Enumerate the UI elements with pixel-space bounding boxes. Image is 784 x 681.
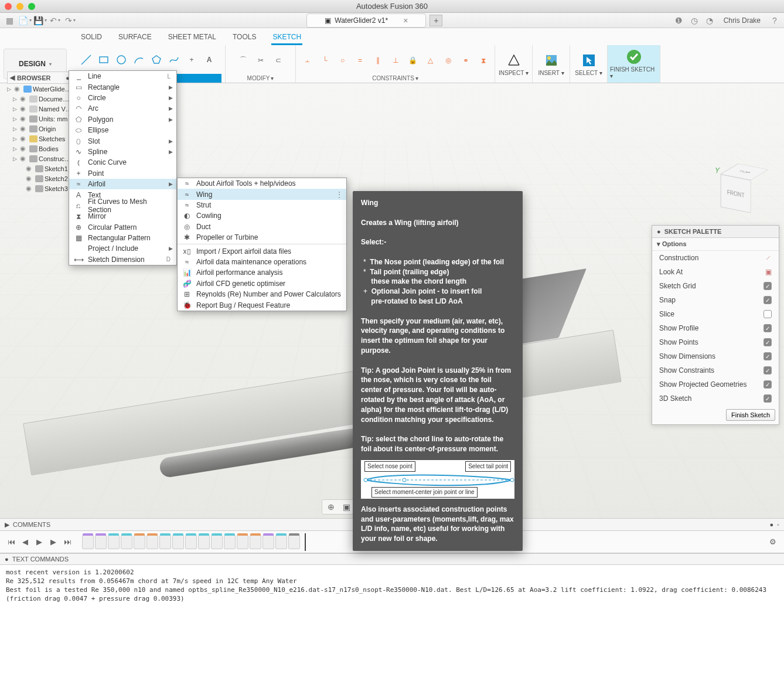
- tree-row[interactable]: ◉Sketch2: [7, 173, 73, 183]
- line-tool-icon[interactable]: [79, 52, 94, 67]
- user-name[interactable]: Chris Drake: [724, 16, 761, 25]
- menu-item[interactable]: 🧬Airfoil CFD genetic optimiser: [178, 278, 346, 289]
- inspect-button[interactable]: INSPECT ▾: [495, 45, 533, 83]
- more-icon[interactable]: ⋮: [336, 190, 343, 199]
- insert-button[interactable]: INSERT ▾: [533, 45, 570, 83]
- fillet-tool-icon[interactable]: ⌒: [236, 53, 251, 68]
- timeline-feature[interactable]: [159, 535, 171, 549]
- extensions-icon[interactable]: ◷: [688, 15, 700, 26]
- menu-item[interactable]: ⦅Conic Curve: [69, 157, 176, 168]
- timeline-settings-icon[interactable]: ⚙: [768, 537, 778, 547]
- palette-action-icon[interactable]: ⟋: [765, 254, 772, 262]
- menu-item[interactable]: Project / Include▶: [69, 243, 176, 254]
- tree-row[interactable]: ◉Sketch3: [7, 183, 73, 193]
- undo-icon[interactable]: ↶▾: [49, 15, 61, 26]
- file-icon[interactable]: 📄▾: [19, 15, 30, 26]
- minimize-icon[interactable]: [16, 3, 23, 10]
- tree-row[interactable]: ▷◉Units: mm: [7, 114, 73, 124]
- menu-item[interactable]: ∿Spline▶: [69, 147, 176, 157]
- modify-group-label[interactable]: MODIFY ▾: [247, 75, 274, 83]
- menu-item[interactable]: ⊕Circular Pattern: [69, 222, 176, 232]
- timeline-forward-icon[interactable]: ▶: [48, 537, 59, 547]
- palette-action-icon[interactable]: ▣: [765, 268, 772, 276]
- grid-icon[interactable]: ▦: [4, 15, 15, 26]
- menu-item[interactable]: ≈Strut: [178, 200, 346, 210]
- visibility-icon[interactable]: ◉: [20, 125, 28, 132]
- menu-item[interactable]: ≈About Airfoil Tools + help/videos: [178, 178, 346, 189]
- tree-expand-icon[interactable]: ▷: [13, 136, 19, 142]
- timeline-feature[interactable]: [108, 535, 120, 549]
- checkbox[interactable]: ✓: [763, 296, 772, 304]
- tree-row[interactable]: ▷◉Construction: [7, 154, 73, 164]
- tab-solid[interactable]: SOLID: [80, 30, 103, 45]
- tree-expand-icon[interactable]: ▷: [13, 146, 19, 152]
- finish-sketch-button[interactable]: FINISH SKETCH ▾: [608, 45, 660, 83]
- timeline-feature[interactable]: [121, 535, 132, 549]
- timeline-feature[interactable]: [263, 535, 274, 549]
- airfoil-submenu[interactable]: ≈About Airfoil Tools + help/videos≈Wing⋮…: [177, 178, 347, 311]
- tab-sketch[interactable]: SKETCH: [271, 30, 302, 45]
- parallel-constraint-icon[interactable]: ∥: [370, 53, 386, 68]
- menu-item[interactable]: 📊Airfoil performance analysis: [178, 267, 346, 278]
- tab-sheet-metal[interactable]: SHEET METAL: [167, 30, 217, 45]
- look-at-icon[interactable]: ▣: [341, 502, 352, 512]
- menu-item[interactable]: ⬯Slot▶: [69, 135, 176, 146]
- checkbox[interactable]: ✓: [763, 324, 772, 332]
- menu-item[interactable]: ⎌Fit Curves to Mesh Section: [69, 200, 176, 211]
- visibility-icon[interactable]: ◉: [20, 105, 28, 113]
- new-tab-button[interactable]: +: [430, 15, 442, 26]
- checkbox[interactable]: ✓: [763, 394, 772, 403]
- browser-tree[interactable]: ▷◉WaterGlider2 v1▷◉Document Settings▷◉Na…: [7, 84, 73, 193]
- tangent-constraint-icon[interactable]: ○: [335, 53, 350, 68]
- checkbox[interactable]: ✓: [763, 338, 772, 346]
- menu-item[interactable]: ◎Duct: [178, 222, 346, 232]
- visibility-icon[interactable]: ◉: [20, 135, 28, 142]
- tree-row[interactable]: ▷◉Sketches: [7, 134, 73, 144]
- text-commands-console[interactable]: most recent version is 1.20200602 Re 325…: [0, 565, 784, 681]
- arc-tool-icon[interactable]: [131, 52, 146, 67]
- zoom-icon[interactable]: [28, 3, 35, 10]
- expand-icon[interactable]: ▶: [5, 521, 9, 529]
- visibility-icon[interactable]: ◉: [14, 85, 22, 93]
- checkbox[interactable]: ✓: [763, 310, 772, 318]
- concentric-constraint-icon[interactable]: ◎: [441, 53, 456, 68]
- collinear-constraint-icon[interactable]: ⚭: [458, 53, 473, 68]
- checkbox[interactable]: ✓: [763, 352, 772, 360]
- tree-row[interactable]: ▷◉Named Views: [7, 104, 73, 114]
- tree-row[interactable]: ▷◉Document Settings: [7, 94, 73, 104]
- circle-tool-icon[interactable]: [114, 52, 129, 67]
- menu-item[interactable]: x▯Import / Export airfoil data files: [178, 246, 346, 256]
- offset-tool-icon[interactable]: ⊂: [271, 53, 286, 68]
- midpoint-constraint-icon[interactable]: △: [423, 53, 438, 68]
- visibility-icon[interactable]: ◉: [26, 175, 34, 182]
- trim-tool-icon[interactable]: ✂: [253, 53, 268, 68]
- timeline-feature[interactable]: [288, 535, 300, 549]
- timeline-feature[interactable]: [95, 535, 107, 549]
- menu-item[interactable]: 🐞Report Bug / Request Feature: [178, 299, 346, 310]
- visibility-icon[interactable]: ◉: [20, 155, 28, 162]
- constraints-group-label[interactable]: CONSTRAINTS ▾: [372, 75, 418, 83]
- tree-expand-icon[interactable]: ▷: [7, 86, 13, 92]
- menu-item[interactable]: ✱Propeller or Turbine: [178, 232, 346, 243]
- visibility-icon[interactable]: ◉: [26, 185, 34, 192]
- visibility-icon[interactable]: ◉: [20, 95, 28, 103]
- browser-header[interactable]: ◀ BROWSER ●: [7, 71, 73, 84]
- text-commands-header[interactable]: ● TEXT COMMANDS: [0, 553, 784, 565]
- timeline-marker[interactable]: [305, 533, 306, 551]
- orbit-icon[interactable]: ⊕: [326, 502, 336, 512]
- timeline-feature[interactable]: [237, 535, 248, 549]
- timeline-feature[interactable]: [211, 535, 223, 549]
- tree-expand-icon[interactable]: ▷: [13, 106, 19, 112]
- timeline-feature[interactable]: [198, 535, 210, 549]
- close-tab-icon[interactable]: ×: [403, 16, 408, 25]
- menu-item[interactable]: ⬭Ellipse: [69, 125, 176, 135]
- timeline-end-icon[interactable]: ⏭: [62, 537, 73, 547]
- tab-surface[interactable]: SURFACE: [117, 30, 153, 45]
- tree-expand-icon[interactable]: ▷: [13, 126, 19, 132]
- tree-expand-icon[interactable]: ▷: [13, 96, 19, 102]
- add-comment-icon[interactable]: ◦: [777, 521, 779, 528]
- fix-constraint-icon[interactable]: 🔒: [405, 53, 421, 68]
- timeline-start-icon[interactable]: ⏮: [6, 537, 16, 547]
- checkbox[interactable]: ✓: [763, 380, 772, 389]
- collapse-icon[interactable]: ◀: [10, 74, 15, 81]
